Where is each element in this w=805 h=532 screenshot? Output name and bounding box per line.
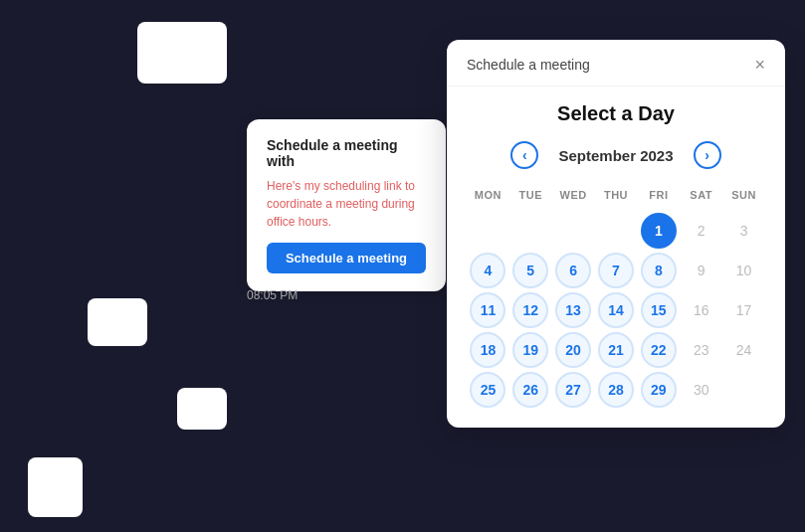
calendar-day[interactable]: 18 <box>470 332 505 368</box>
calendar-day[interactable]: 4 <box>470 253 505 288</box>
calendar-day[interactable]: 20 <box>555 332 591 368</box>
calendar-day: 30 <box>684 372 719 408</box>
calendar-day[interactable]: 28 <box>598 372 634 408</box>
calendar-day[interactable]: 26 <box>512 372 548 408</box>
calendar-day[interactable]: 14 <box>598 292 634 328</box>
bg-decoration <box>177 388 227 430</box>
calendar-day: 10 <box>726 253 762 288</box>
calendar-day[interactable]: 11 <box>470 292 505 328</box>
calendar-section-title: Select a Day <box>467 102 765 125</box>
calendar-day[interactable]: 5 <box>512 253 548 288</box>
modal-close-button[interactable]: × <box>754 56 765 74</box>
day-header: SUN <box>722 185 765 209</box>
day-header: WED <box>552 185 595 209</box>
modal-header: Schedule a meeting × <box>447 40 785 87</box>
next-month-button[interactable]: › <box>694 141 721 169</box>
prev-month-button[interactable]: ‹ <box>510 141 538 169</box>
calendar-grid: MONTUEWEDTHUFRISATSUN1234567891011121314… <box>467 185 765 408</box>
calendar-day: 16 <box>684 292 719 328</box>
calendar-day: 9 <box>684 253 719 288</box>
day-header: SAT <box>680 185 722 209</box>
day-header: THU <box>595 185 638 209</box>
calendar-day: 24 <box>726 332 762 368</box>
modal-title: Schedule a meeting <box>467 57 590 73</box>
bg-decoration <box>88 298 147 346</box>
bg-decoration <box>137 22 227 84</box>
calendar-day[interactable]: 27 <box>555 372 591 408</box>
day-header: MON <box>467 185 509 209</box>
calendar-day[interactable]: 21 <box>598 332 634 368</box>
calendar-day[interactable]: 1 <box>641 213 677 249</box>
bg-decoration <box>28 457 83 517</box>
calendar-day[interactable]: 12 <box>512 292 548 328</box>
calendar-day[interactable]: 19 <box>512 332 548 368</box>
day-header: FRI <box>637 185 680 209</box>
schedule-meeting-button[interactable]: Schedule a meeting <box>267 243 426 273</box>
calendar-day: 3 <box>726 213 762 249</box>
calendar-day[interactable]: 6 <box>555 253 591 288</box>
chat-card-text: Here's my scheduling link to coordinate … <box>267 177 426 231</box>
calendar-day: 17 <box>726 292 762 328</box>
calendar-day[interactable]: 13 <box>555 292 591 328</box>
calendar-day[interactable]: 15 <box>641 292 677 328</box>
month-navigation: ‹ September 2023 › <box>467 141 765 169</box>
calendar-day[interactable]: 22 <box>641 332 677 368</box>
calendar-day[interactable]: 7 <box>598 253 634 288</box>
calendar: Select a Day ‹ September 2023 › MONTUEWE… <box>447 87 785 428</box>
chat-card-title: Schedule a meeting with <box>267 137 426 169</box>
calendar-day[interactable]: 29 <box>641 372 677 408</box>
timestamp: 08:05 PM <box>247 288 298 302</box>
calendar-day: 2 <box>684 213 719 249</box>
chat-card: Schedule a meeting with Here's my schedu… <box>247 119 446 291</box>
calendar-day: 23 <box>684 332 719 368</box>
month-label: September 2023 <box>558 147 673 164</box>
schedule-modal: Schedule a meeting × Select a Day ‹ Sept… <box>447 40 785 428</box>
calendar-day[interactable]: 8 <box>641 253 677 288</box>
day-header: TUE <box>509 185 552 209</box>
calendar-day[interactable]: 25 <box>470 372 505 408</box>
